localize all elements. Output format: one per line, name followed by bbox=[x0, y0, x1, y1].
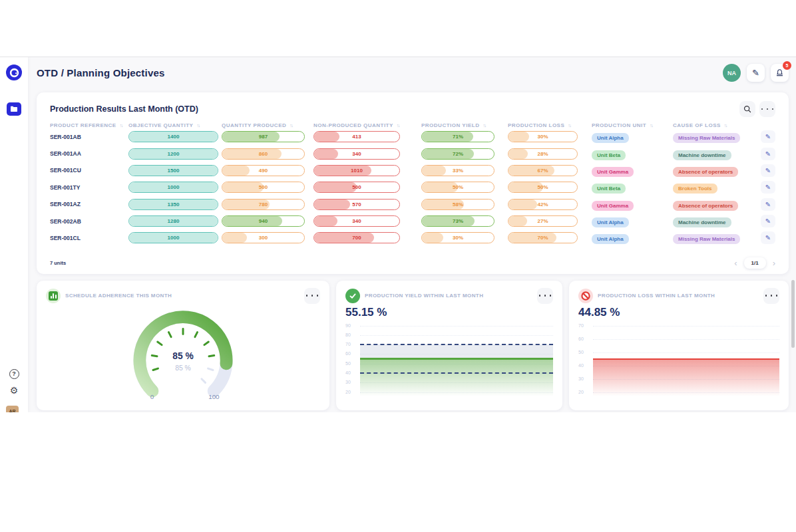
yield-chart: 9080706050403020 bbox=[345, 323, 553, 396]
yield-kebab-menu[interactable] bbox=[537, 288, 553, 304]
card-title: PRODUCTION LOSS WITHIN LAST MONTH bbox=[598, 293, 759, 299]
product-reference: SER-001AB bbox=[50, 134, 128, 140]
product-reference: SER-001CL bbox=[50, 235, 128, 241]
production-unit-badge: Unit Alpha bbox=[592, 133, 629, 143]
card-title: SCHEDULE ADHERENCE THIS MONTH bbox=[65, 293, 299, 299]
progress-pill: 1000 bbox=[128, 182, 218, 193]
column-header-product-reference[interactable]: PRODUCT REFERENCE↑↓ bbox=[50, 122, 128, 128]
gridline bbox=[593, 326, 779, 327]
y-axis-tick: 20 bbox=[345, 390, 357, 394]
gauge-min-label: 0 bbox=[150, 393, 154, 400]
edit-row-button[interactable]: ✎ bbox=[761, 198, 775, 211]
edit-row-button[interactable]: ✎ bbox=[761, 231, 775, 244]
y-axis-tick: 30 bbox=[345, 380, 357, 384]
table-row: SER-001AZ135078057058%42%Unit GammaAbsen… bbox=[50, 196, 775, 213]
progress-pill: 70% bbox=[508, 232, 578, 243]
table-row: SER-002AB128094034073%27%Unit AlphaMachi… bbox=[50, 213, 775, 229]
column-header-production-unit[interactable]: PRODUCTION UNIT↑↓ bbox=[592, 122, 673, 128]
cause-of-loss-badge: Machine downtime bbox=[673, 150, 731, 160]
edit-row-button[interactable]: ✎ bbox=[761, 181, 775, 194]
loss-kebab-menu[interactable] bbox=[763, 288, 779, 304]
column-label: CAUSE OF LOSS bbox=[673, 122, 721, 128]
value-line bbox=[593, 358, 779, 360]
adherence-gauge: 85 %85 %0100 bbox=[46, 304, 320, 404]
sort-icon[interactable]: ↑↓ bbox=[724, 123, 727, 128]
table-row: SER-001AB140098741371%30%Unit AlphaMissi… bbox=[50, 128, 775, 145]
prev-page-button[interactable]: ‹ bbox=[734, 259, 737, 267]
sidebar: ? ⚙ AR bbox=[0, 57, 28, 412]
table-kebab-menu[interactable] bbox=[759, 101, 775, 117]
production-unit-badge: Unit Gamma bbox=[592, 201, 634, 211]
progress-pill: 50% bbox=[508, 182, 578, 193]
settings-button[interactable]: ⚙ bbox=[7, 384, 21, 397]
sort-icon[interactable]: ↑↓ bbox=[196, 123, 199, 128]
progress-pill: 1000 bbox=[128, 232, 218, 243]
progress-pill: 500 bbox=[313, 182, 400, 193]
edit-row-button[interactable]: ✎ bbox=[761, 130, 775, 143]
schedule-adherence-card: SCHEDULE ADHERENCE THIS MONTH 85 %85 %01… bbox=[37, 281, 329, 410]
logo-glyph bbox=[9, 68, 19, 78]
sort-icon[interactable]: ↑↓ bbox=[650, 123, 652, 128]
notifications-button[interactable]: 5 bbox=[771, 64, 789, 82]
progress-pill: 340 bbox=[313, 215, 400, 227]
cause-of-loss-badge: Missing Raw Materials bbox=[673, 234, 740, 244]
progress-pill: 1280 bbox=[128, 215, 218, 227]
progress-pill: 500 bbox=[222, 182, 305, 193]
progress-pill: 30% bbox=[421, 232, 495, 243]
threshold-band bbox=[360, 344, 553, 358]
gauge-kebab-menu[interactable] bbox=[304, 288, 320, 304]
edit-row-button[interactable]: ✎ bbox=[761, 215, 775, 227]
loss-chart: 706050403020 bbox=[578, 323, 779, 396]
threshold-dashed-line bbox=[360, 344, 553, 345]
help-button[interactable]: ? bbox=[7, 367, 21, 380]
sidebar-item-projects[interactable] bbox=[7, 102, 21, 116]
progress-pill: 860 bbox=[222, 148, 305, 160]
y-axis-tick: 80 bbox=[345, 332, 357, 337]
edit-row-button[interactable]: ✎ bbox=[761, 148, 775, 160]
table-row: SER-001CU1500490101033%67%Unit GammaAbse… bbox=[50, 162, 775, 179]
sort-icon[interactable]: ↑↓ bbox=[483, 123, 485, 128]
main-content: OTD / Planning Objectives NA ✎ 5 Product… bbox=[28, 57, 796, 412]
column-header-cause-of-loss[interactable]: CAUSE OF LOSS↑↓ bbox=[673, 122, 751, 128]
sort-icon[interactable]: ↑↓ bbox=[397, 123, 399, 128]
progress-pill: 71% bbox=[421, 131, 495, 142]
column-header-production-loss[interactable]: PRODUCTION LOSS↑↓ bbox=[508, 122, 592, 128]
sort-icon[interactable]: ↑↓ bbox=[120, 123, 122, 128]
pagination: ‹ 1/1 › bbox=[734, 257, 775, 269]
app-logo[interactable] bbox=[6, 65, 22, 80]
column-header-quantity-produced[interactable]: QUANTITY PRODUCED↑↓ bbox=[222, 122, 313, 128]
sidebar-user-avatar[interactable]: AR bbox=[6, 406, 19, 412]
progress-pill: 940 bbox=[222, 215, 305, 227]
search-button[interactable] bbox=[739, 101, 755, 117]
edit-row-button[interactable]: ✎ bbox=[761, 164, 775, 177]
sort-icon[interactable]: ↑↓ bbox=[568, 123, 570, 128]
progress-pill: 570 bbox=[313, 199, 400, 210]
column-label: PRODUCTION LOSS bbox=[508, 122, 564, 128]
user-avatar[interactable]: NA bbox=[723, 64, 741, 82]
y-axis-tick: 60 bbox=[578, 336, 590, 341]
y-axis-tick: 90 bbox=[345, 323, 357, 328]
scrollbar-thumb[interactable] bbox=[791, 280, 795, 348]
gauge-max-label: 100 bbox=[208, 393, 220, 400]
table-row: SER-001AA120086034072%28%Unit BetaMachin… bbox=[50, 145, 775, 162]
area-fill bbox=[593, 359, 779, 396]
column-header-production-yield[interactable]: PRODUCTION YIELD↑↓ bbox=[421, 122, 508, 128]
prohibition-icon bbox=[578, 289, 593, 303]
app-window: ? ⚙ AR OTD / Planning Objectives NA ✎ 5 bbox=[0, 57, 796, 412]
page-title: OTD / Planning Objectives bbox=[37, 67, 165, 78]
production-unit-badge: Unit Beta bbox=[592, 150, 626, 160]
row-count-label: 7 units bbox=[50, 260, 66, 266]
cause-of-loss-badge: Absence of operators bbox=[673, 167, 738, 177]
notification-badge: 5 bbox=[783, 61, 791, 70]
area-fill bbox=[360, 358, 553, 396]
column-header-objective-quantity[interactable]: OBJECTIVE QUANTITY↑↓ bbox=[128, 122, 222, 128]
progress-pill: 1500 bbox=[128, 165, 218, 176]
edit-dashboard-button[interactable]: ✎ bbox=[747, 64, 765, 82]
progress-pill: 340 bbox=[313, 148, 400, 160]
next-page-button[interactable]: › bbox=[773, 259, 775, 267]
y-axis-tick: 70 bbox=[578, 323, 590, 328]
column-header-non-produced-quantity[interactable]: NON-PRODUCED QUANTITY↑↓ bbox=[313, 122, 421, 128]
gridline bbox=[360, 335, 553, 336]
sort-icon[interactable]: ↑↓ bbox=[290, 123, 292, 128]
production-results-card: Production Results Last Month (OTD) PROD… bbox=[37, 92, 789, 274]
